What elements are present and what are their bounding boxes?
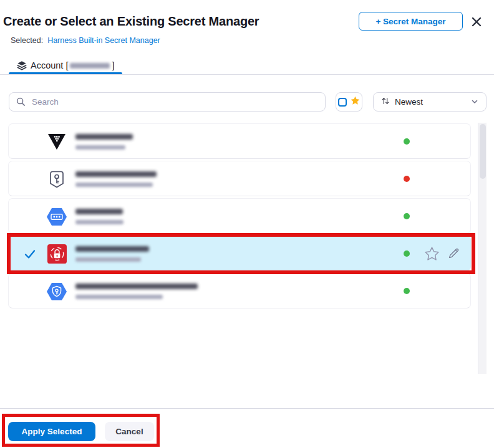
sort-arrows-icon [381, 97, 390, 108]
tab-account-label-suffix: ] [112, 60, 114, 70]
status-dot-green [404, 213, 410, 219]
cancel-button[interactable]: Cancel [105, 422, 154, 441]
secret-manager-modal: Create or Select an Existing Secret Mana… [0, 0, 494, 448]
harness-builtin-secret-manager-icon [47, 282, 67, 301]
redacted-name [75, 209, 123, 214]
favorites-checkbox[interactable] [338, 98, 347, 107]
page-title: Create or Select an Existing Secret Mana… [3, 14, 259, 29]
selected-label: Selected: [11, 36, 43, 45]
status-dot-red [404, 176, 410, 182]
redacted-name [75, 171, 157, 177]
redacted-name [75, 246, 149, 252]
sort-dropdown[interactable]: Newest [373, 92, 487, 112]
scrollbar-thumb[interactable] [480, 124, 486, 179]
footer-divider [0, 408, 494, 409]
status-dot-green [404, 288, 410, 294]
redacted-name [75, 284, 198, 289]
status-dot-green [404, 250, 410, 257]
redacted-id [75, 183, 153, 187]
list-item[interactable] [8, 161, 471, 196]
hashicorp-vault-icon [47, 132, 67, 151]
layers-icon [17, 60, 27, 70]
list-item[interactable] [8, 198, 471, 234]
search-input[interactable] [9, 92, 326, 112]
custom-secret-manager-icon [47, 169, 67, 189]
sort-selected-value: Newest [395, 97, 466, 107]
selected-secret-manager-link[interactable]: Harness Built-in Secret Manager [47, 36, 160, 45]
redacted-id [75, 295, 163, 299]
secret-manager-list [0, 123, 478, 374]
list-item[interactable] [8, 236, 471, 271]
tab-divider [0, 74, 494, 75]
tab-account-label: Account [ [31, 60, 68, 70]
list-item[interactable] [8, 273, 471, 308]
redacted-id [75, 257, 141, 262]
favorite-star-icon[interactable] [424, 245, 440, 265]
redacted-name [75, 134, 133, 140]
selected-line: Selected:Harness Built-in Secret Manager [11, 36, 160, 45]
scrollbar[interactable] [478, 123, 487, 374]
tab-account-count-redacted [70, 63, 110, 69]
aws-kms-icon [47, 244, 67, 264]
status-dot-green [404, 138, 410, 145]
list-item[interactable] [8, 123, 471, 159]
check-icon [24, 248, 36, 260]
tab-account[interactable]: Account [] [17, 59, 114, 72]
gcp-secret-manager-icon [47, 207, 67, 226]
favorite-star-icon [350, 95, 361, 108]
apply-selected-button[interactable]: Apply Selected [8, 422, 95, 441]
favorites-filter-button[interactable] [336, 92, 362, 112]
redacted-id [75, 145, 125, 150]
search-icon [16, 97, 26, 109]
close-icon[interactable] [470, 15, 483, 29]
new-secret-manager-button[interactable]: + Secret Manager [359, 12, 463, 31]
redacted-id [75, 220, 124, 224]
chevron-down-icon [471, 97, 478, 108]
edit-pencil-icon[interactable] [447, 247, 460, 262]
search-box [9, 92, 326, 112]
